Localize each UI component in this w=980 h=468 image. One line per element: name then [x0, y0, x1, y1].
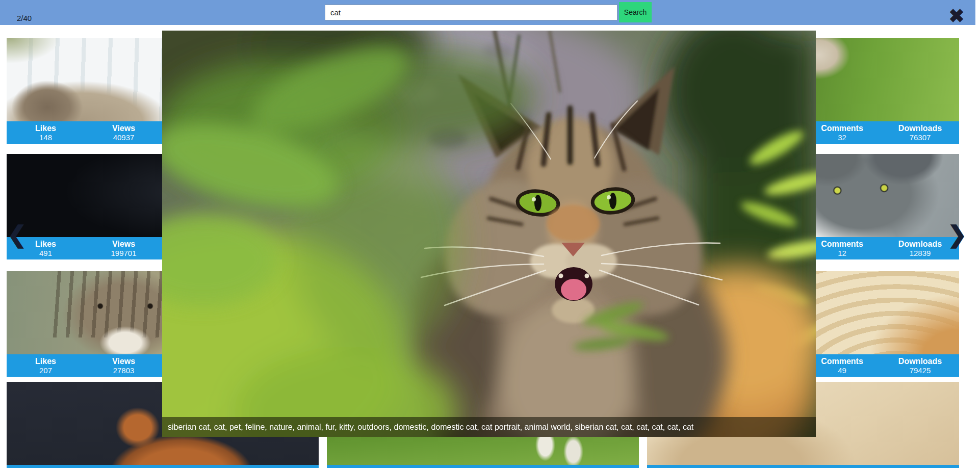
- stat-downloads: Downloads76307: [881, 121, 959, 144]
- stats-bar: [327, 465, 639, 468]
- stat-hidden: [483, 465, 561, 468]
- pagination-indicator: 2/40: [17, 14, 32, 22]
- close-icon[interactable]: ✖: [944, 4, 969, 29]
- stat-hidden: [85, 465, 163, 468]
- stat-hidden: [561, 465, 639, 468]
- stat-hidden: [405, 465, 483, 468]
- stats-bar: [647, 465, 959, 468]
- stat-hidden: [163, 465, 241, 468]
- chevron-left-icon[interactable]: ❮: [7, 223, 27, 246]
- stats-bar: [7, 465, 319, 468]
- stat-likes: Likes207: [7, 354, 85, 377]
- chevron-right-icon[interactable]: ❯: [947, 223, 967, 246]
- search-input[interactable]: [325, 5, 617, 20]
- search-button[interactable]: Search: [619, 2, 652, 22]
- stat-likes: Likes148: [7, 121, 85, 144]
- stat-hidden: [803, 465, 881, 468]
- stat-hidden: [881, 465, 959, 468]
- stat-downloads: Downloads79425: [881, 354, 959, 377]
- stat-views: Views27803: [85, 354, 163, 377]
- stat-hidden: [327, 465, 405, 468]
- stat-hidden: [7, 465, 85, 468]
- stat-hidden: [725, 465, 803, 468]
- stat-hidden: [647, 465, 725, 468]
- top-bar: 2/40 Search ✖: [0, 0, 975, 25]
- app-window: 2/40 Search ✖ Likes148Views40937Comments…: [0, 0, 980, 468]
- stat-hidden: [241, 465, 319, 468]
- image-tags-caption: siberian cat, cat, pet, feline, nature, …: [162, 417, 816, 437]
- lightbox-modal: siberian cat, cat, pet, feline, nature, …: [162, 31, 816, 437]
- stat-views: Views199701: [85, 237, 163, 259]
- siberian-cat-photo: [162, 31, 816, 437]
- stat-views: Views40937: [85, 121, 163, 144]
